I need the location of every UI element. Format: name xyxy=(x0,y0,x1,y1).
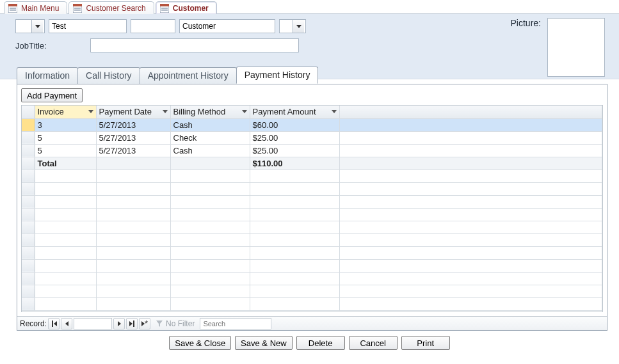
column-dropdown-icon[interactable] xyxy=(241,107,248,116)
record-navigator: Record: No Filter xyxy=(17,316,607,330)
cell-empty xyxy=(339,131,602,144)
middle-name-field[interactable] xyxy=(131,19,175,33)
jobtitle-label: JobTitle: xyxy=(15,41,47,51)
nav-first-button[interactable] xyxy=(48,318,60,329)
print-button[interactable]: Print xyxy=(401,336,450,350)
tab-call-history[interactable]: Call History xyxy=(77,67,140,84)
cell-date[interactable]: 5/27/2013 xyxy=(96,118,170,131)
last-name-field[interactable] xyxy=(179,19,275,33)
delete-button[interactable]: Delete xyxy=(296,336,345,350)
svg-rect-6 xyxy=(74,8,81,9)
chevron-down-icon xyxy=(163,110,168,113)
cell-amount[interactable]: $60.00 xyxy=(250,118,339,131)
svg-rect-5 xyxy=(73,4,82,6)
svg-rect-3 xyxy=(10,10,16,11)
chevron-down-icon xyxy=(296,25,301,28)
button-label: Print xyxy=(417,338,434,348)
window-tab-label: Customer Search xyxy=(86,4,145,13)
table-row[interactable]: 5 5/27/2013 Check $25.00 xyxy=(22,131,602,144)
cancel-button[interactable]: Cancel xyxy=(349,336,398,350)
chevron-down-icon xyxy=(332,110,337,113)
column-header-empty xyxy=(339,106,602,118)
table-row[interactable]: 3 5/27/2013 Cash $60.00 xyxy=(22,118,602,131)
window-tab-bar: Main Menu Customer Search Customer xyxy=(0,0,619,14)
window-tab-customer-search[interactable]: Customer Search xyxy=(68,1,154,14)
filter-label: No Filter xyxy=(166,319,195,328)
form-icon xyxy=(160,4,169,13)
svg-rect-2 xyxy=(10,8,16,9)
form-icon xyxy=(8,4,17,13)
button-label: Add Payment xyxy=(27,91,77,100)
save-close-button[interactable]: Save & Close xyxy=(169,336,231,350)
column-dropdown-icon[interactable] xyxy=(87,107,95,116)
cell-method[interactable]: Cash xyxy=(170,118,250,131)
cell-date[interactable]: 5/27/2013 xyxy=(96,144,170,157)
payment-history-panel: Add Payment Invoice xyxy=(17,84,607,331)
title-dropdown-button[interactable] xyxy=(31,20,43,33)
row-selector[interactable] xyxy=(22,144,35,157)
column-header-invoice[interactable]: Invoice xyxy=(35,106,96,118)
cell-invoice[interactable]: 3 xyxy=(35,118,96,131)
suffix-dropdown-button[interactable] xyxy=(293,20,304,33)
nav-prev-button[interactable] xyxy=(61,318,72,329)
row-selector[interactable] xyxy=(22,118,35,131)
jobtitle-input[interactable] xyxy=(91,39,298,52)
nav-next-button[interactable] xyxy=(113,318,125,329)
jobtitle-field[interactable] xyxy=(90,38,299,52)
tab-label: Appointment History xyxy=(148,70,229,81)
row-selector[interactable] xyxy=(22,131,35,144)
column-dropdown-icon[interactable] xyxy=(330,107,338,116)
bar-icon xyxy=(133,320,134,327)
nav-new-button[interactable] xyxy=(139,318,150,329)
cell-method[interactable]: Cash xyxy=(170,144,250,157)
window-tab-label: Customer xyxy=(173,4,209,13)
title-combo[interactable] xyxy=(15,19,45,33)
cell-amount[interactable]: $25.00 xyxy=(250,131,339,144)
cell-empty xyxy=(170,157,250,170)
nav-last-button[interactable] xyxy=(126,318,138,329)
record-number-input[interactable] xyxy=(74,318,112,329)
column-header-payment-date[interactable]: Payment Date xyxy=(96,106,170,118)
save-new-button[interactable]: Save & New xyxy=(235,336,293,350)
tab-payment-history[interactable]: Payment History xyxy=(236,67,319,84)
middle-name-input[interactable] xyxy=(131,20,175,33)
cell-invoice[interactable]: 5 xyxy=(35,131,96,144)
record-search-input[interactable] xyxy=(200,319,271,329)
first-name-field[interactable] xyxy=(49,19,127,33)
title-input[interactable] xyxy=(16,20,31,33)
tab-appointment-history[interactable]: Appointment History xyxy=(140,67,237,84)
column-header-payment-amount[interactable]: Payment Amount xyxy=(250,106,339,118)
picture-label: Picture: xyxy=(511,18,541,28)
svg-rect-7 xyxy=(74,10,81,11)
form-icon xyxy=(73,4,82,13)
triangle-right-icon xyxy=(118,321,121,326)
column-dropdown-icon[interactable] xyxy=(161,107,169,116)
column-header-billing-method[interactable]: Billing Method xyxy=(170,106,250,118)
inner-tab-bar: Information Call History Appointment His… xyxy=(0,67,619,84)
suffix-combo[interactable] xyxy=(279,19,306,33)
add-payment-button[interactable]: Add Payment xyxy=(21,88,83,102)
cell-method[interactable]: Check xyxy=(170,131,250,144)
column-label: Payment Amount xyxy=(253,107,316,116)
first-name-input[interactable] xyxy=(49,20,126,33)
bar-icon xyxy=(52,320,53,327)
window-tab-main-menu[interactable]: Main Menu xyxy=(4,1,67,14)
asterisk-icon xyxy=(145,319,148,328)
table-row[interactable]: 5 5/27/2013 Cash $25.00 xyxy=(22,144,602,157)
select-all-corner[interactable] xyxy=(22,106,35,118)
cell-amount[interactable]: $25.00 xyxy=(250,144,339,157)
chevron-down-icon xyxy=(242,110,247,113)
last-name-input[interactable] xyxy=(180,20,275,33)
cell-date[interactable]: 5/27/2013 xyxy=(96,131,170,144)
filter-indicator[interactable]: No Filter xyxy=(152,319,198,328)
cell-invoice[interactable]: 5 xyxy=(35,144,96,157)
tab-information[interactable]: Information xyxy=(17,67,78,84)
record-label: Record: xyxy=(20,319,47,328)
suffix-input[interactable] xyxy=(280,20,293,33)
tab-label: Information xyxy=(25,70,70,81)
payments-datasheet[interactable]: Invoice Payment Date Billing Method xyxy=(21,105,603,312)
record-search-field[interactable] xyxy=(200,318,271,329)
svg-rect-9 xyxy=(160,4,169,6)
cell-empty xyxy=(339,157,602,170)
window-tab-customer[interactable]: Customer xyxy=(156,1,217,14)
